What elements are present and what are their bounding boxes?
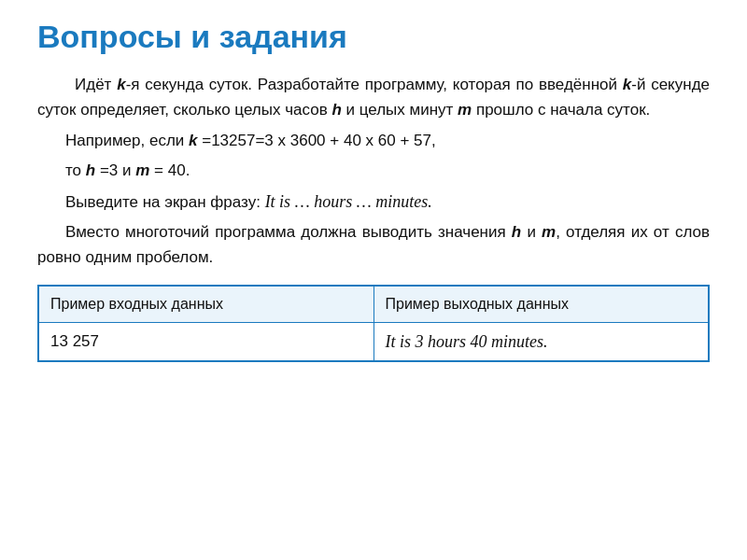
header-input: Пример входных данных <box>38 286 374 322</box>
paragraph-1: Идёт k-я секунда суток. Разработайте про… <box>37 72 710 122</box>
paragraph-example-2: то h =3 и m = 40. <box>37 158 710 183</box>
text-result: =3 и <box>95 161 135 179</box>
page-title: Вопросы и задания <box>37 19 710 55</box>
text-proshlo: прошло с начала суток. <box>472 101 650 119</box>
m-var-3: m <box>542 223 556 241</box>
k-var-2: k <box>623 76 631 93</box>
text-i: и целых минут <box>342 101 458 119</box>
h-var-1: h <box>331 101 341 119</box>
text-to: то <box>65 161 86 179</box>
text-vmesto: Вместо многоточий программа должна вывод… <box>65 223 512 241</box>
table-header-row: Пример входных данных Пример выходных да… <box>38 286 709 322</box>
example-table: Пример входных данных Пример выходных да… <box>37 285 710 362</box>
main-content: Идёт k-я секунда суток. Разработайте про… <box>37 72 710 362</box>
text-ya: -я секунда суток. Разработайте программу… <box>126 76 623 93</box>
table-row: 13 257 It is 3 hours 40 minutes. <box>38 322 709 361</box>
paragraph-replace: Вместо многоточий программа должна вывод… <box>37 219 710 270</box>
output-phrase: It is … hours … minutes. <box>265 192 432 211</box>
text-example-value: =13257=3 х 3600 + 40 х 60 + 57, <box>198 132 436 149</box>
text-result-end: = 40. <box>149 161 190 179</box>
text-naprimer: Например, если <box>65 132 189 149</box>
paragraph-output: Выведите на экран фразу: It is … hours …… <box>37 189 710 216</box>
header-output: Пример выходных данных <box>374 286 709 322</box>
k-var-3: k <box>189 132 197 149</box>
text-idet: Идёт <box>75 76 117 93</box>
text-i2: и <box>521 223 542 241</box>
k-var-1: k <box>117 76 125 93</box>
m-var-2: m <box>135 161 149 179</box>
text-vyvedite: Выведите на экран фразу: <box>65 193 265 211</box>
h-var-2: h <box>86 161 95 179</box>
m-var-1: m <box>458 101 472 119</box>
page: Вопросы и задания Идёт k-я секунда суток… <box>0 0 747 560</box>
paragraph-example-1: Например, если k =13257=3 х 3600 + 40 х … <box>37 128 710 153</box>
h-var-3: h <box>512 223 521 241</box>
cell-input: 13 257 <box>38 322 374 361</box>
cell-output: It is 3 hours 40 minutes. <box>374 322 709 361</box>
